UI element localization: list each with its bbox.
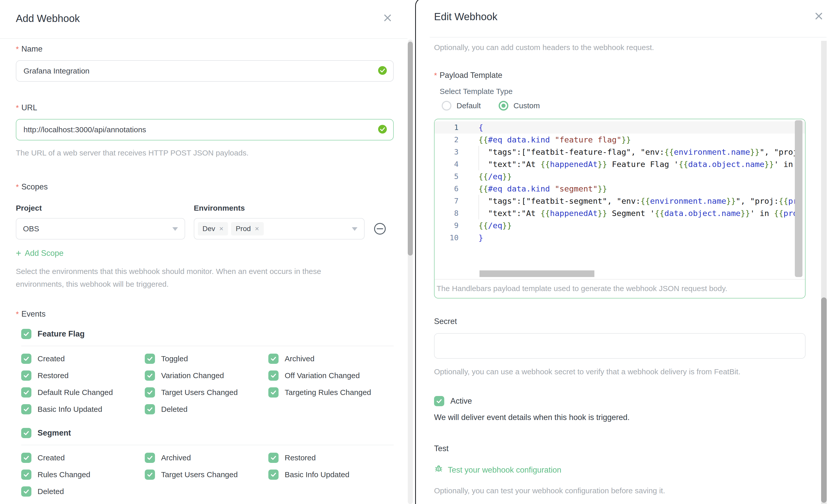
editor-vertical-scrollbar[interactable] xyxy=(795,120,802,277)
event-checkbox[interactable] xyxy=(21,469,31,480)
environments-label: Environments xyxy=(194,204,245,212)
remove-scope-button[interactable] xyxy=(373,222,386,236)
close-icon[interactable] xyxy=(813,10,824,22)
event-group-checkbox[interactable] xyxy=(21,428,31,438)
line-number: 4 xyxy=(434,158,460,170)
url-helper: The URL of a web server that receives HT… xyxy=(16,146,394,159)
event-label: Deleted xyxy=(38,487,64,496)
event-checkbox[interactable] xyxy=(21,453,31,463)
template-type-radios: DefaultCustom xyxy=(442,101,822,111)
event-checkbox[interactable] xyxy=(268,387,279,397)
event-checkbox[interactable] xyxy=(21,404,31,414)
event-checkbox[interactable] xyxy=(145,387,155,397)
event-checkbox[interactable] xyxy=(21,387,31,397)
project-select[interactable]: OBS xyxy=(16,218,185,240)
event-item: Target Users Changed xyxy=(145,384,268,401)
test-webhook-link[interactable]: Test your webhook configuration xyxy=(434,464,562,476)
event-label: Targeting Rules Changed xyxy=(285,388,371,397)
editor-horizontal-scrollbar[interactable] xyxy=(480,270,594,277)
event-checkbox[interactable] xyxy=(145,371,155,381)
scope-row: OBS Dev×Prod× xyxy=(16,218,394,240)
chevron-down-icon xyxy=(172,227,178,231)
name-field-wrapper xyxy=(16,60,394,82)
required-asterisk: * xyxy=(16,310,19,318)
event-checkbox[interactable] xyxy=(145,453,155,463)
code-line: 5{{/eq}} xyxy=(434,170,805,182)
line-number: 2 xyxy=(434,133,460,146)
left-modal-scrollbar xyxy=(408,40,413,504)
left-modal-scrollbar-thumb[interactable] xyxy=(408,42,413,256)
environment-tag-label: Dev xyxy=(203,225,215,233)
template-type-radio-default[interactable]: Default xyxy=(442,101,481,111)
right-modal-scrollbar xyxy=(821,41,827,504)
template-type-label: Select Template Type xyxy=(440,87,822,96)
code-editor[interactable]: 1{2{{#eq data.kind "feature flag"}}3 "ta… xyxy=(434,119,805,280)
events-groups: Feature FlagCreatedToggledArchivedRestor… xyxy=(16,329,394,500)
environments-select[interactable]: Dev×Prod× xyxy=(194,218,365,240)
test-webhook-link-label: Test your webhook configuration xyxy=(448,465,562,475)
code-line-content: {{/eq}} xyxy=(460,219,805,232)
events-label: *Events xyxy=(16,309,394,319)
line-number: 6 xyxy=(434,182,460,195)
required-asterisk: * xyxy=(16,45,19,53)
code-line: 10} xyxy=(434,232,805,244)
close-icon[interactable] xyxy=(382,12,393,24)
event-group-name: Segment xyxy=(38,428,71,437)
event-checkbox[interactable] xyxy=(268,353,279,364)
valid-check-icon xyxy=(378,125,387,135)
plus-icon: + xyxy=(16,249,21,257)
add-scope-button[interactable]: + Add Scope xyxy=(16,249,64,258)
add-webhook-header: Add Webhook xyxy=(0,0,408,39)
event-checkbox[interactable] xyxy=(268,469,279,480)
event-label: Deleted xyxy=(161,405,188,414)
modal-title: Add Webhook xyxy=(16,13,80,24)
active-checkbox-row: Active xyxy=(434,396,822,406)
project-select-value: OBS xyxy=(23,224,39,233)
edit-webhook-body: Optionally, you can add custom headers t… xyxy=(416,38,828,497)
payload-template-editor-box: 1{2{{#eq data.kind "feature flag"}}3 "ta… xyxy=(434,119,805,298)
event-item: Deleted xyxy=(145,401,268,418)
tag-remove-icon[interactable]: × xyxy=(255,225,259,233)
test-helper: Optionally, you can test your webhook co… xyxy=(434,484,822,497)
event-item: Basic Info Updated xyxy=(268,466,392,483)
event-checkbox[interactable] xyxy=(145,469,155,480)
right-modal-scrollbar-thumb[interactable] xyxy=(821,297,827,503)
active-checkbox[interactable] xyxy=(434,396,444,406)
add-scope-label: Add Scope xyxy=(25,249,64,258)
event-checkbox[interactable] xyxy=(21,353,31,364)
code-line: 3 "tags":["featbit-feature-flag", "env:{… xyxy=(434,146,805,158)
event-item: Rules Changed xyxy=(21,466,145,483)
name-label: *Name xyxy=(16,44,394,54)
url-input[interactable] xyxy=(16,125,393,134)
line-number: 7 xyxy=(434,195,460,207)
event-label: Created xyxy=(38,354,65,363)
code-line-content: } xyxy=(460,232,805,244)
name-input[interactable] xyxy=(16,67,393,75)
line-number: 1 xyxy=(434,121,460,133)
event-checkbox[interactable] xyxy=(145,353,155,364)
event-checkbox[interactable] xyxy=(268,453,279,463)
event-item: Target Users Changed xyxy=(145,466,268,483)
tag-remove-icon[interactable]: × xyxy=(219,225,223,233)
environment-tag: Dev× xyxy=(198,222,228,236)
event-checkbox[interactable] xyxy=(145,404,155,414)
event-label: Target Users Changed xyxy=(161,470,238,479)
event-item: Toggled xyxy=(145,350,268,367)
code-line-content: {{#eq data.kind "feature flag"}} xyxy=(460,133,805,146)
event-group-header: Feature Flag xyxy=(16,329,394,339)
event-item: Variation Changed xyxy=(145,367,268,384)
event-checkbox[interactable] xyxy=(21,487,31,497)
secret-input[interactable] xyxy=(434,334,805,358)
code-line-content: "text":"At {{happenedAt}} Segment '{{dat… xyxy=(460,207,805,219)
event-label: Restored xyxy=(38,371,69,380)
headers-helper: Optionally, you can add custom headers t… xyxy=(434,41,822,54)
code-line-content: {{#eq data.kind "segment"}} xyxy=(460,182,805,195)
event-group-checkbox[interactable] xyxy=(21,329,31,339)
event-checkbox[interactable] xyxy=(268,371,279,381)
required-asterisk: * xyxy=(16,182,19,191)
template-type-radio-custom[interactable]: Custom xyxy=(499,101,540,111)
radio-selected-icon xyxy=(499,101,508,111)
line-number: 8 xyxy=(434,207,460,219)
screen: Add Webhook *Name *URL xyxy=(0,0,828,504)
event-checkbox[interactable] xyxy=(21,371,31,381)
